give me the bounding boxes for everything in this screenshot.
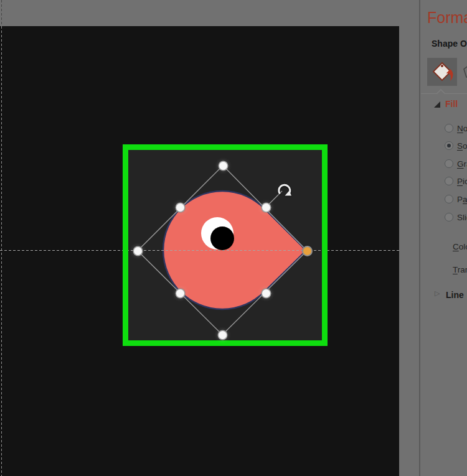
color-label: Color bbox=[453, 242, 467, 251]
fill-option-slide-background-fill[interactable]: Slide background fill bbox=[445, 212, 467, 223]
rotate-handle-icon[interactable] bbox=[275, 180, 293, 199]
radio-button[interactable] bbox=[445, 124, 453, 133]
transparency-label: Transparency bbox=[453, 265, 467, 274]
fill-expand-icon[interactable] bbox=[434, 101, 440, 108]
tab-effects[interactable] bbox=[463, 63, 467, 84]
radio-button[interactable] bbox=[445, 213, 453, 222]
resize-handle-top-right[interactable] bbox=[262, 203, 270, 212]
effects-pentagon-icon bbox=[463, 63, 467, 82]
tab-shape-options[interactable]: Shape Options bbox=[432, 39, 467, 49]
section-header-line[interactable]: Line bbox=[446, 290, 464, 300]
vertical-guide-top bbox=[1, 0, 2, 26]
resize-handle-bottom-left[interactable] bbox=[176, 289, 184, 297]
resize-handle-bottom[interactable] bbox=[219, 331, 227, 339]
resize-handle-bottom-right[interactable] bbox=[262, 289, 270, 297]
fill-option-pattern-fill[interactable]: Pattern fill bbox=[445, 194, 467, 205]
resize-handle-top[interactable] bbox=[219, 162, 227, 170]
tab-fill-and-line[interactable] bbox=[427, 58, 457, 86]
radio-button[interactable] bbox=[445, 159, 453, 168]
adjust-handle[interactable] bbox=[303, 247, 311, 255]
highlight-box bbox=[123, 144, 328, 346]
radio-button[interactable] bbox=[445, 195, 453, 203]
vertical-guide bbox=[1, 26, 2, 476]
fill-option-no-fill[interactable]: No fill bbox=[445, 123, 467, 134]
fill-option-solid-fill[interactable]: Solid fill bbox=[445, 140, 467, 151]
section-header-fill[interactable]: Fill bbox=[445, 99, 458, 109]
pane-title: Format Shape bbox=[427, 9, 467, 27]
paint-bucket-icon bbox=[430, 60, 455, 85]
fill-option-picture-fill[interactable]: Picture or texture fill bbox=[445, 175, 467, 187]
radio-button[interactable] bbox=[445, 177, 453, 185]
radio-button-selected[interactable] bbox=[445, 141, 453, 150]
resize-handle-left[interactable] bbox=[134, 247, 142, 255]
powerpoint-window: Format Shape Shape Options Fill No fill … bbox=[0, 0, 467, 476]
resize-handle-top-left[interactable] bbox=[176, 203, 184, 212]
fill-option-gradient-fill[interactable]: Gradient fill bbox=[445, 158, 467, 169]
format-shape-pane: Format Shape Shape Options Fill No fill … bbox=[420, 0, 467, 476]
line-collapse-icon[interactable]: ▷ bbox=[435, 289, 440, 297]
